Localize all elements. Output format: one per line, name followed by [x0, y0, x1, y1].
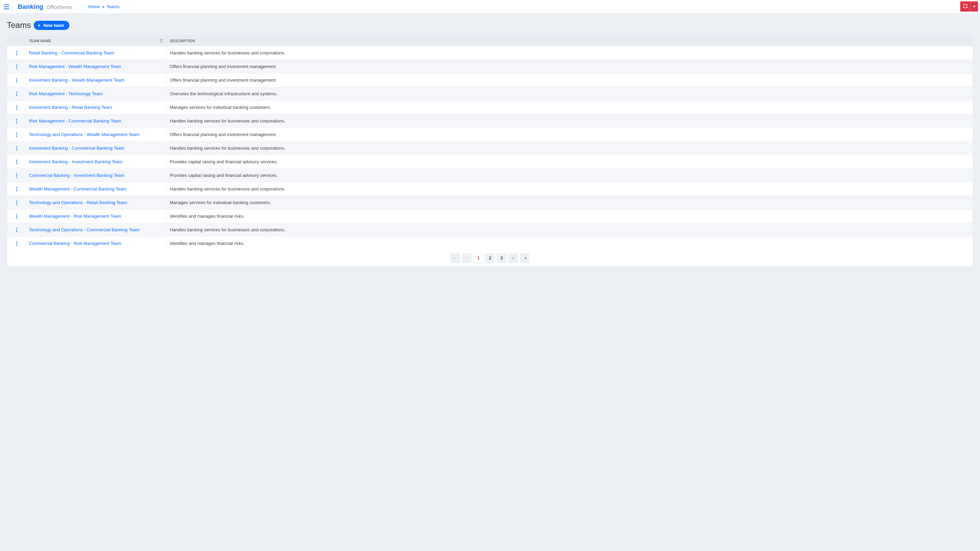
svg-point-28: [16, 159, 17, 160]
table-row: Technology and Operations - Retail Banki…: [7, 195, 973, 209]
table-row: Technology and Operations - Wealth Manag…: [7, 127, 973, 141]
row-actions-cell: [7, 128, 26, 141]
team-name-link[interactable]: Technology and Operations - Commercial B…: [29, 227, 140, 232]
row-actions-cell: [7, 60, 26, 73]
svg-point-24: [16, 136, 17, 137]
new-team-button[interactable]: + New team: [34, 21, 69, 30]
team-description-cell: Identifies and manages financial risks.: [167, 237, 973, 250]
team-name-cell: Investment Banking - Investment Banking …: [26, 155, 167, 168]
pager: 123: [7, 250, 973, 266]
team-name-link[interactable]: Investment Banking - Commercial Banking …: [29, 146, 124, 151]
row-actions-button[interactable]: [14, 185, 19, 193]
row-actions-button[interactable]: [14, 213, 19, 220]
team-name-link[interactable]: Risk Management - Wealth Management Team: [29, 64, 121, 69]
team-name-cell: Retail Banking - Commercial Banking Team: [26, 46, 167, 60]
team-name-cell: Investment Banking - Commercial Banking …: [26, 141, 167, 155]
brand-sub: OfficeSeries: [47, 5, 73, 10]
svg-point-42: [16, 218, 17, 218]
grid-header: TEAM NAME DESCRIPTION: [7, 36, 973, 46]
vertical-dots-icon: [16, 187, 18, 192]
team-name-link[interactable]: Commercial Banking - Investment Banking …: [29, 173, 124, 178]
column-name-header[interactable]: TEAM NAME: [26, 36, 167, 46]
team-description-cell: Provides capital raising and financial a…: [167, 155, 973, 168]
row-actions-button[interactable]: [14, 63, 19, 70]
svg-rect-1: [4, 6, 9, 7]
menu-toggle-button[interactable]: [0, 0, 13, 14]
new-team-button-label: New team: [43, 23, 64, 28]
notifications-button[interactable]: [960, 2, 970, 11]
row-actions-button[interactable]: [14, 144, 19, 152]
team-description-cell: Offers financial planning and investment…: [167, 128, 973, 141]
svg-point-4: [16, 51, 17, 52]
svg-point-21: [16, 122, 17, 123]
pager-next-button[interactable]: [508, 253, 518, 263]
table-row: Technology and Operations - Commercial B…: [7, 223, 973, 237]
team-description-cell: Handles banking services for businesses …: [167, 114, 973, 127]
table-row: Investment Banking - Commercial Banking …: [7, 141, 973, 155]
pager-page-1-button[interactable]: 1: [474, 253, 483, 263]
row-actions-button[interactable]: [14, 118, 19, 125]
svg-point-32: [16, 175, 17, 176]
row-actions-button[interactable]: [14, 90, 19, 98]
table-row: Risk Management - Wealth Management Team…: [7, 60, 973, 73]
breadcrumb-home-link[interactable]: Home: [88, 4, 100, 9]
row-actions-button[interactable]: [14, 172, 19, 179]
team-name-link[interactable]: Commercial Banking - Risk Management Tea…: [29, 241, 121, 246]
svg-point-23: [16, 134, 17, 135]
vertical-dots-icon: [16, 200, 18, 205]
svg-point-16: [16, 105, 17, 106]
team-name-link[interactable]: Wealth Management - Risk Management Team: [29, 214, 121, 219]
svg-point-5: [16, 52, 17, 53]
pager-last-button[interactable]: [520, 253, 530, 263]
team-name-link[interactable]: Investment Banking - Retail Banking Team: [29, 105, 112, 110]
column-actions-header: [7, 36, 26, 46]
team-name-cell: Investment Banking - Retail Banking Team: [26, 101, 167, 114]
team-name-link[interactable]: Retail Banking - Commercial Banking Team: [29, 50, 114, 56]
team-name-link[interactable]: Risk Management - Technology Team: [29, 91, 103, 96]
vertical-dots-icon: [16, 78, 18, 83]
team-description-cell: Handles banking services for businesses …: [167, 141, 973, 155]
pager-page-2-button[interactable]: 2: [485, 253, 495, 263]
table-row: Investment Banking - Retail Banking Team…: [7, 100, 973, 114]
row-actions-cell: [7, 169, 26, 182]
team-name-link[interactable]: Technology and Operations - Wealth Manag…: [29, 132, 140, 137]
svg-point-12: [16, 81, 17, 82]
svg-point-30: [16, 163, 17, 164]
table-row: Risk Management - Commercial Banking Tea…: [7, 114, 973, 127]
notifications-dropdown-button[interactable]: [970, 2, 978, 11]
svg-point-27: [16, 149, 17, 150]
row-actions-button[interactable]: [14, 76, 19, 84]
row-actions-button[interactable]: [14, 199, 19, 206]
row-actions-button[interactable]: [14, 49, 19, 57]
filter-button[interactable]: [159, 39, 163, 43]
table-row: Commercial Banking - Investment Banking …: [7, 168, 973, 182]
svg-rect-2: [4, 8, 9, 9]
row-actions-cell: [7, 101, 26, 114]
svg-point-20: [16, 121, 17, 121]
breadcrumb-current-link[interactable]: Teams: [107, 4, 119, 9]
row-actions-button[interactable]: [14, 240, 19, 247]
team-description-cell: Manages services for individual banking …: [167, 196, 973, 209]
column-description-header[interactable]: DESCRIPTION: [167, 36, 973, 46]
team-name-link[interactable]: Risk Management - Commercial Banking Tea…: [29, 118, 121, 124]
row-actions-cell: [7, 87, 26, 100]
svg-point-48: [16, 245, 17, 246]
svg-point-26: [16, 148, 17, 149]
team-name-link[interactable]: Investment Banking - Wealth Management T…: [29, 78, 124, 83]
row-actions-button[interactable]: [14, 158, 19, 166]
team-name-link[interactable]: Investment Banking - Investment Banking …: [29, 159, 123, 164]
table-row: Wealth Management - Risk Management Team…: [7, 209, 973, 223]
svg-point-9: [16, 68, 17, 69]
team-name-cell: Investment Banking - Wealth Management T…: [26, 73, 167, 87]
row-actions-button[interactable]: [14, 131, 19, 138]
row-actions-button[interactable]: [14, 226, 19, 233]
page-body: Teams + New team TEAM NAME DESCRIPTION R…: [0, 14, 980, 273]
caret-down-icon: [973, 6, 975, 8]
page-title: Teams: [7, 21, 31, 30]
team-name-link[interactable]: Technology and Operations - Retail Banki…: [29, 200, 127, 205]
pager-page-3-button[interactable]: 3: [497, 253, 506, 263]
svg-point-7: [16, 64, 17, 65]
row-actions-button[interactable]: [14, 104, 19, 111]
header-actions: [960, 2, 980, 11]
team-name-link[interactable]: Wealth Management - Commercial Banking T…: [29, 186, 126, 192]
